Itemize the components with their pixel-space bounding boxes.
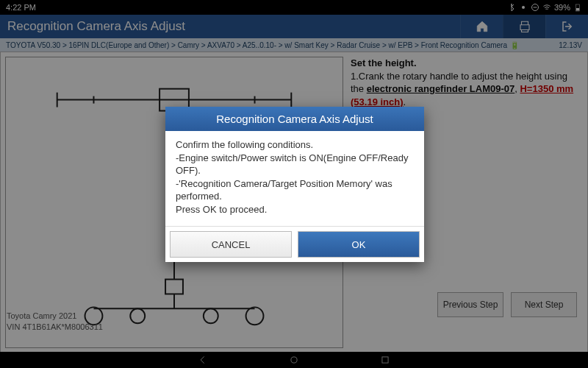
ok-button[interactable]: OK <box>298 231 420 258</box>
confirm-dialog: Recognition Camera Axis Adjust Confirm t… <box>165 107 424 262</box>
dialog-body: Confirm the following conditions.-Engine… <box>165 131 424 226</box>
cancel-button[interactable]: CANCEL <box>170 231 292 258</box>
dialog-actions: CANCEL OK <box>165 226 424 262</box>
dialog-title: Recognition Camera Axis Adjust <box>165 107 424 131</box>
